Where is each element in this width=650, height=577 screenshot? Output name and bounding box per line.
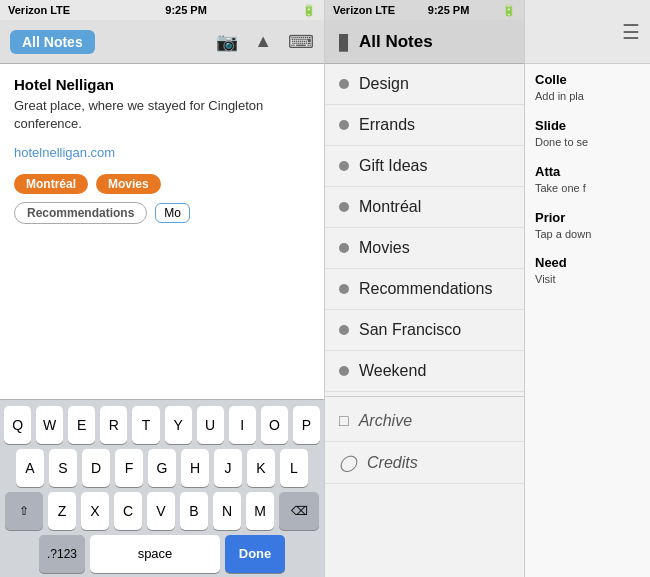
list-item-credits[interactable]: ◯ Credits — [325, 442, 524, 484]
list-item-design[interactable]: Design — [325, 64, 524, 105]
label-weekend: Weekend — [359, 362, 426, 380]
key-r[interactable]: R — [100, 406, 127, 444]
tag-montreal[interactable]: Montréal — [14, 174, 88, 194]
tag-typing[interactable]: Mo — [155, 203, 190, 223]
list-item-movies[interactable]: Movies — [325, 228, 524, 269]
list-separator — [325, 396, 524, 397]
list-item-errands[interactable]: Errands — [325, 105, 524, 146]
key-h[interactable]: H — [181, 449, 209, 487]
keyboard-row-2: A S D F G H J K L — [4, 449, 320, 487]
carrier-left: Verizon LTE — [8, 4, 70, 16]
key-p[interactable]: P — [293, 406, 320, 444]
label-credits: Credits — [367, 454, 418, 472]
label-errands: Errands — [359, 116, 415, 134]
share-icon[interactable]: ▲ — [254, 31, 272, 52]
archive-icon: □ — [339, 412, 349, 430]
key-e[interactable]: E — [68, 406, 95, 444]
key-z[interactable]: Z — [48, 492, 76, 530]
nav-bar-mid: ▮ All Notes — [325, 20, 524, 64]
key-a[interactable]: A — [16, 449, 44, 487]
key-t[interactable]: T — [132, 406, 159, 444]
credits-icon: ◯ — [339, 453, 357, 472]
nav-bar-left: All Notes 📷 ▲ ⌨ — [0, 20, 324, 64]
key-b[interactable]: B — [180, 492, 208, 530]
nav-title-left[interactable]: All Notes — [10, 30, 95, 54]
right-item-title-2: Atta — [535, 164, 640, 179]
right-item-0: Colle Add in pla — [535, 72, 640, 104]
right-header: ☰ — [525, 0, 650, 64]
bullet-movies — [339, 243, 349, 253]
key-i[interactable]: I — [229, 406, 256, 444]
tag-movies[interactable]: Movies — [96, 174, 161, 194]
notes-list: Design Errands Gift Ideas Montréal Movie… — [325, 64, 524, 577]
camera-icon[interactable]: 📷 — [216, 31, 238, 53]
key-m[interactable]: M — [246, 492, 274, 530]
label-montreal: Montréal — [359, 198, 421, 216]
carrier-mid: Verizon LTE — [333, 4, 395, 16]
key-space[interactable]: space — [90, 535, 220, 573]
right-item-title-4: Need — [535, 255, 640, 270]
bullet-weekend — [339, 366, 349, 376]
hamburger-icon[interactable]: ☰ — [622, 22, 640, 42]
right-item-4: Need Visit — [535, 255, 640, 287]
key-done[interactable]: Done — [225, 535, 285, 573]
note-link[interactable]: hotelnelligan.com — [14, 145, 310, 160]
status-bar-mid: Verizon LTE 9:25 PM 🔋 — [325, 0, 524, 20]
key-f[interactable]: F — [115, 449, 143, 487]
nav-title-mid: All Notes — [359, 32, 433, 52]
battery-mid: 🔋 — [502, 4, 516, 17]
right-content: Colle Add in pla Slide Done to se Atta T… — [525, 64, 650, 577]
right-item-body-0: Add in pla — [535, 89, 640, 104]
list-item-weekend[interactable]: Weekend — [325, 351, 524, 392]
key-d[interactable]: D — [82, 449, 110, 487]
keyboard-row-1: Q W E R T Y U I O P — [4, 406, 320, 444]
bullet-errands — [339, 120, 349, 130]
right-item-body-4: Visit — [535, 272, 640, 287]
key-v[interactable]: V — [147, 492, 175, 530]
label-gift-ideas: Gift Ideas — [359, 157, 427, 175]
middle-panel: Verizon LTE 9:25 PM 🔋 ▮ All Notes Design… — [325, 0, 525, 577]
tag-recommendations[interactable]: Recommendations — [14, 202, 147, 224]
battery-left: 🔋 — [302, 4, 316, 17]
key-o[interactable]: O — [261, 406, 288, 444]
right-item-title-3: Prior — [535, 210, 640, 225]
list-item-montreal[interactable]: Montréal — [325, 187, 524, 228]
bullet-montreal — [339, 202, 349, 212]
label-design: Design — [359, 75, 409, 93]
key-j[interactable]: J — [214, 449, 242, 487]
key-backspace[interactable]: ⌫ — [279, 492, 319, 530]
list-item-archive[interactable]: □ Archive — [325, 401, 524, 442]
list-item-gift-ideas[interactable]: Gift Ideas — [325, 146, 524, 187]
key-s[interactable]: S — [49, 449, 77, 487]
key-u[interactable]: U — [197, 406, 224, 444]
key-c[interactable]: C — [114, 492, 142, 530]
key-x[interactable]: X — [81, 492, 109, 530]
right-item-2: Atta Take one f — [535, 164, 640, 196]
bullet-sf — [339, 325, 349, 335]
key-n[interactable]: N — [213, 492, 241, 530]
list-item-recommendations[interactable]: Recommendations — [325, 269, 524, 310]
key-k[interactable]: K — [247, 449, 275, 487]
time-left: 9:25 PM — [70, 4, 302, 16]
status-bar-left: Verizon LTE 9:25 PM 🔋 — [0, 0, 324, 20]
note-content: Hotel Nelligan Great place, where we sta… — [0, 64, 324, 399]
label-archive: Archive — [359, 412, 412, 430]
bullet-recommendations — [339, 284, 349, 294]
key-l[interactable]: L — [280, 449, 308, 487]
keyboard-icon[interactable]: ⌨ — [288, 31, 314, 53]
key-w[interactable]: W — [36, 406, 63, 444]
note-title: Hotel Nelligan — [14, 76, 310, 93]
key-g[interactable]: G — [148, 449, 176, 487]
key-q[interactable]: Q — [4, 406, 31, 444]
note-body[interactable]: Great place, where we stayed for Cinglet… — [14, 97, 310, 133]
key-shift[interactable]: ⇧ — [5, 492, 43, 530]
nav-icons-left: 📷 ▲ ⌨ — [216, 31, 314, 53]
keyboard-row-3: ⇧ Z X C V B N M ⌫ — [4, 492, 320, 530]
list-item-sf[interactable]: San Francisco — [325, 310, 524, 351]
key-num[interactable]: .?123 — [39, 535, 85, 573]
app-logo-icon: ▮ — [337, 29, 349, 55]
bullet-design — [339, 79, 349, 89]
tags-row-2: Recommendations Mo — [14, 202, 310, 224]
right-item-title-1: Slide — [535, 118, 640, 133]
key-y[interactable]: Y — [165, 406, 192, 444]
